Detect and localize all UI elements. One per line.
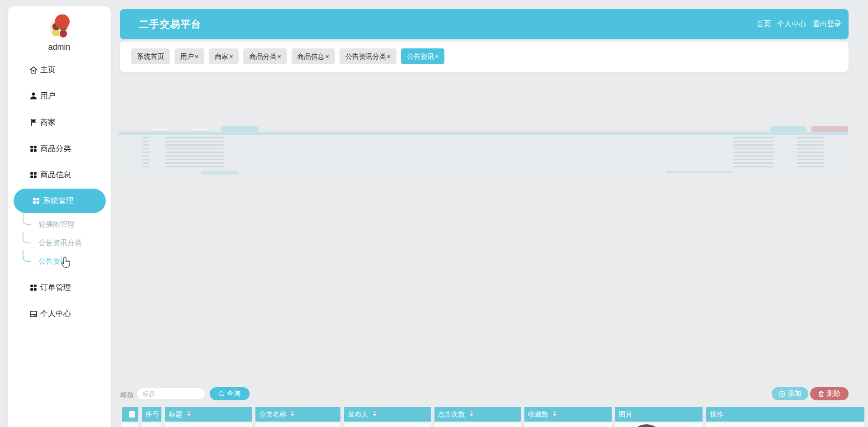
tab-system-home[interactable]: 系统首页 [131, 48, 170, 64]
page-transition-ghost [118, 126, 862, 176]
tab-product-categories[interactable]: 商品分类× [243, 48, 287, 64]
header-cell-actions: 操作 [706, 407, 864, 422]
nav-link-home[interactable]: 首页 [756, 19, 771, 29]
sidebar-item-product-categories[interactable]: 商品分类 [8, 141, 111, 157]
avatar [47, 14, 72, 40]
home-icon [29, 66, 38, 74]
tabs-panel: 系统首页 用户× 商家× 商品分类× 商品信息× 公告资讯分类× 公告资讯× [120, 42, 849, 72]
header-cell-title[interactable]: 标题 [165, 407, 252, 422]
tab-label: 用户 [180, 52, 194, 60]
header-cell-publisher[interactable]: 发布人 [344, 407, 430, 422]
grid-icon [29, 171, 38, 179]
page-title: 二手交易平台 [139, 9, 201, 39]
delete-button[interactable]: 删除 [810, 387, 849, 400]
column-label: 发布人 [348, 410, 368, 418]
add-button[interactable]: 添加 [772, 387, 808, 400]
sidebar-item-label: 商家 [40, 115, 56, 130]
close-icon[interactable]: × [387, 53, 391, 60]
sidebar-item-system-management[interactable]: 系统管理 [14, 189, 106, 213]
tab-strip: 系统首页 用户× 商家× 商品分类× 商品信息× 公告资讯分类× 公告资讯× [131, 48, 444, 64]
search-icon [219, 391, 224, 397]
close-icon[interactable]: × [277, 53, 281, 60]
header-nav: 首页 个人中心 退出登录 [756, 9, 841, 39]
add-button-label: 添加 [788, 389, 802, 398]
trash-icon [818, 391, 824, 397]
sidebar-item-label: 个人中心 [40, 306, 71, 322]
sidebar-item-users[interactable]: 用户 [8, 88, 111, 104]
tab-merchants[interactable]: 商家× [209, 48, 239, 64]
tab-announcements[interactable]: 公告资讯× [401, 48, 444, 64]
sidebar-item-label: 商品分类 [40, 141, 71, 157]
sidebar-item-label: 系统管理 [43, 189, 74, 213]
search-field-label: 标题 [120, 391, 134, 399]
close-icon[interactable]: × [195, 53, 198, 60]
sidebar-item-product-info[interactable]: 商品信息 [8, 167, 111, 183]
submenu-item-announcement-categories[interactable]: 公告资讯分类 [8, 235, 111, 251]
tab-announcement-categories[interactable]: 公告资讯分类× [340, 48, 396, 64]
tree-elbow-line [23, 213, 31, 225]
sidebar-item-label: 商品信息 [40, 167, 71, 183]
nav-link-personal-center[interactable]: 个人中心 [777, 19, 806, 29]
column-label: 标题 [169, 410, 182, 418]
tree-elbow-line [23, 250, 31, 262]
table-row [122, 422, 864, 427]
submenu-item-carousel-management[interactable]: 轮播图管理 [8, 217, 111, 232]
column-label: 图片 [619, 410, 632, 418]
plus-circle-icon [779, 391, 785, 397]
flag-icon [29, 119, 38, 127]
column-label: 收藏数 [528, 410, 548, 418]
sidebar-item-order-management[interactable]: 订单管理 [8, 280, 111, 295]
grid-icon [29, 145, 38, 153]
top-header-bar: 二手交易平台 首页 个人中心 退出登录 [120, 9, 849, 39]
admin-username: admin [8, 43, 111, 52]
column-label: 点击次数 [438, 410, 465, 418]
sidebar-item-label: 用户 [40, 88, 56, 104]
tab-label: 商品信息 [297, 52, 325, 60]
sidebar-item-merchants[interactable]: 商家 [8, 115, 111, 130]
tab-label: 系统首页 [137, 52, 164, 60]
column-label: 分类名称 [259, 410, 286, 418]
header-cell-favorites[interactable]: 收藏数 [524, 407, 612, 422]
sidebar-item-home[interactable]: 主页 [8, 62, 111, 78]
tree-elbow-line [23, 232, 31, 243]
tab-label: 公告资讯 [407, 52, 434, 60]
table-header-row: 序号 标题 分类名称 发布人 点击次数 收藏数 图片 操作 [122, 407, 864, 422]
sidebar-item-label: 订单管理 [40, 280, 71, 295]
tab-label: 商品分类 [249, 52, 276, 60]
close-icon[interactable]: × [229, 53, 233, 60]
title-search-input[interactable] [137, 388, 205, 400]
row-image-thumbnail [629, 424, 664, 427]
sidebar-item-label: 主页 [40, 62, 56, 78]
header-cell-index: 序号 [142, 407, 162, 422]
grid-icon [32, 197, 40, 205]
nav-link-logout[interactable]: 退出登录 [812, 19, 841, 29]
header-cell-checkbox [122, 407, 138, 422]
query-button-label: 查询 [227, 389, 241, 398]
sort-arrows-icon[interactable] [291, 411, 294, 416]
close-icon[interactable]: × [326, 53, 329, 60]
header-cell-image: 图片 [615, 407, 703, 422]
header-cell-clicks[interactable]: 点击次数 [434, 407, 521, 422]
sort-arrows-icon[interactable] [553, 411, 557, 416]
delete-button-label: 删除 [827, 389, 840, 398]
sort-arrows-icon[interactable] [373, 411, 377, 416]
user-icon [29, 92, 38, 100]
column-label: 操作 [710, 410, 723, 418]
query-button[interactable]: 查询 [210, 387, 250, 400]
grid-icon [29, 284, 38, 292]
submenu-item-label: 公告资讯分类 [38, 235, 82, 251]
column-label: 序号 [146, 410, 159, 418]
close-icon[interactable]: × [435, 53, 439, 60]
tab-product-info[interactable]: 商品信息× [292, 48, 335, 64]
sidebar: admin 主页 用户 商家 商品分类 商品信息 系统管理 轮播图管理 公告资讯… [8, 6, 111, 427]
submenu-item-announcements[interactable]: 公告资讯 [8, 254, 111, 269]
sidebar-item-personal-center[interactable]: 个人中心 [8, 306, 111, 322]
select-all-checkbox[interactable] [129, 411, 135, 418]
tab-users[interactable]: 用户× [175, 48, 204, 64]
sort-arrows-icon[interactable] [187, 411, 191, 416]
sort-arrows-icon[interactable] [470, 411, 473, 416]
header-cell-category[interactable]: 分类名称 [255, 407, 341, 422]
tab-label: 商家 [215, 52, 228, 60]
tab-label: 公告资讯分类 [345, 52, 386, 60]
submenu-item-label: 轮播图管理 [38, 217, 75, 232]
